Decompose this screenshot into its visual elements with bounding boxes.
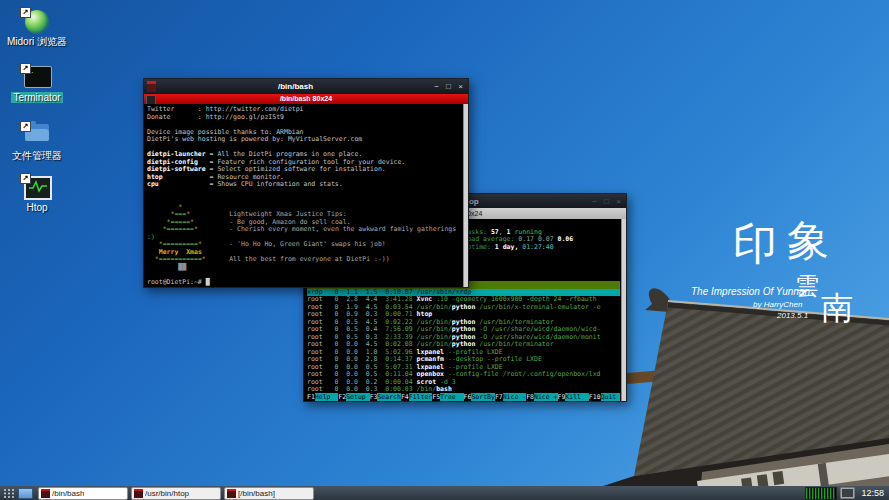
- desktop-icon-label: Midori 浏览器: [4, 36, 70, 47]
- terminal-icon: [134, 489, 143, 498]
- watermark-title: The Impression Of Yunnan: [691, 286, 810, 297]
- terminal-line: F1Help F2Setup F3SearchF4FilterF5Tree F6…: [307, 394, 620, 402]
- task-label: [/bin/bash]: [238, 489, 275, 498]
- terminal-line: cpu = Shows CPU information and stats.: [147, 181, 460, 189]
- watermark-cjk-1: 印: [733, 222, 777, 266]
- cpu-graph-icon[interactable]: [805, 487, 837, 500]
- desktop-icon-htop[interactable]: ↗Htop: [4, 174, 70, 213]
- maximize-button[interactable]: □: [444, 82, 453, 91]
- shortcut-badge-icon: ↗: [20, 63, 31, 74]
- htop-window-buttons: −□×: [590, 197, 623, 206]
- terminal-line: Donate : http://goo.gl/pzISt9: [147, 114, 460, 122]
- close-button[interactable]: ×: [456, 82, 465, 91]
- shortcut-badge-icon: ↗: [20, 7, 31, 18]
- clock: 12:58: [858, 488, 887, 498]
- desktop-icon-label: Terminator: [4, 92, 70, 103]
- terminal-line: *=======* - Cherish every moment, even t…: [147, 226, 460, 234]
- terminal-window-icon: [147, 81, 156, 92]
- watermark-author: by HarryChen: [753, 300, 802, 309]
- terminal-line: ██: [147, 264, 460, 272]
- desktop-icon-terminator[interactable]: 1.↗Terminator: [4, 64, 70, 103]
- bash-terminal-content[interactable]: Twitter : http://twitter.com/dietpiDonat…: [144, 104, 468, 287]
- terminal-line: DietPi's web hosting is powered by: MyVi…: [147, 136, 460, 144]
- folder-icon: [18, 488, 33, 499]
- bash-tab-label: /bin/bash 80x24: [280, 95, 332, 102]
- taskbar-task[interactable]: [/bin/bash]: [224, 487, 314, 500]
- terminal-line: [147, 189, 460, 197]
- bash-screen: Twitter : http://twitter.com/dietpiDonat…: [147, 106, 460, 286]
- terminal-line: *===========* All the best from everyone…: [147, 256, 460, 264]
- watermark-cjk-2: 象: [787, 220, 829, 262]
- shortcut-badge-icon: ↗: [20, 121, 31, 132]
- bash-terminal-tab[interactable]: /bin/bash 80x24: [144, 94, 468, 104]
- desktop-icon-file-manager[interactable]: ↗文件管理器: [4, 120, 70, 161]
- terminal-icon: [41, 489, 50, 498]
- task-label: /bin/bash: [52, 489, 84, 498]
- wallpaper-watermark: 印 象 雲 南 The Impression Of Yunnan by Harr…: [691, 220, 881, 340]
- shortcut-badge-icon: ↗: [20, 173, 31, 184]
- close-button[interactable]: ×: [614, 197, 623, 206]
- desktop-icon-label: Htop: [4, 202, 70, 213]
- folder-icon: ↗: [24, 124, 50, 148]
- terminal-icon: [227, 489, 236, 498]
- menu-grid-icon: [3, 487, 15, 499]
- taskbar-task[interactable]: /bin/bash: [38, 487, 128, 500]
- menu-button[interactable]: [2, 487, 16, 499]
- bash-scrollbar[interactable]: [463, 104, 468, 287]
- minimize-button[interactable]: −: [590, 197, 599, 206]
- minimize-button[interactable]: −: [432, 82, 441, 91]
- bash-window: /bin/bash −□× /bin/bash 80x24 Twitter : …: [143, 78, 469, 288]
- desktop-icon-midori[interactable]: ↗Midori 浏览器: [4, 10, 70, 47]
- bash-window-buttons: −□×: [432, 82, 465, 91]
- bash-window-titlebar[interactable]: /bin/bash −□×: [144, 79, 468, 94]
- terminal-tab-icon: [146, 95, 156, 104]
- watermark-date: 2013.5.1: [777, 311, 808, 320]
- terminal-line: root@DietPi:~# █: [147, 279, 460, 287]
- maximize-button[interactable]: □: [602, 197, 611, 206]
- task-label: /usr/bin/htop: [145, 489, 189, 498]
- terminal-line: [147, 196, 460, 204]
- task-list: /bin/bash/usr/bin/htop[/bin/bash]: [38, 487, 805, 500]
- monitor-icon: ↗: [24, 176, 50, 200]
- tray-monitor-icon[interactable]: [840, 487, 855, 499]
- bash-window-title: /bin/bash: [159, 82, 432, 91]
- htop-scrollbar[interactable]: [621, 219, 626, 401]
- taskbar: /bin/bash/usr/bin/htop[/bin/bash] 12:58: [0, 486, 889, 500]
- globe-icon: ↗: [24, 10, 50, 34]
- terminal-icon: 1.↗: [24, 66, 50, 90]
- file-manager-button[interactable]: [16, 487, 34, 499]
- watermark-cjk-4: 南: [821, 292, 853, 324]
- taskbar-task[interactable]: /usr/bin/htop: [131, 487, 221, 500]
- desktop-icon-label: 文件管理器: [4, 150, 70, 161]
- system-tray: 12:58: [805, 487, 887, 500]
